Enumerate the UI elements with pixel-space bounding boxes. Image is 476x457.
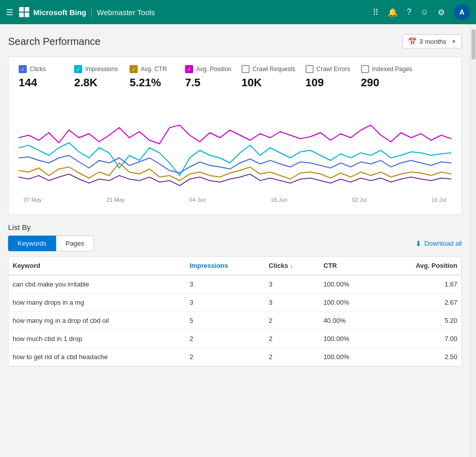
cell-impressions: 3 [186, 294, 265, 312]
avg-position-checkbox-row[interactable]: ✓ Avg. Position [185, 65, 231, 73]
metrics-card: ✓ Clicks 144 ✓ Impressions 2.8K ✓ Avg. [8, 56, 462, 215]
cell-ctr: 40.00% [319, 312, 377, 330]
cell-clicks: 2 [265, 312, 319, 330]
metric-impressions: ✓ Impressions 2.8K [74, 65, 130, 89]
download-all-button[interactable]: ⬇ Download all [415, 240, 462, 248]
keywords-table: Keyword Impressions Clicks ↓ CTR Avg. Po… [9, 257, 461, 366]
avg-ctr-label: Avg. CTR [141, 66, 167, 73]
indexed-pages-checkbox-row[interactable]: Indexed Pages [361, 65, 412, 73]
table-row: how to get rid of a cbd headache 2 2 100… [9, 348, 461, 366]
metric-crawl-requests: Crawl Requests 10K [242, 65, 306, 89]
avg-position-label: Avg. Position [196, 66, 231, 73]
avatar[interactable]: A [454, 4, 470, 20]
hamburger-menu[interactable]: ☰ [6, 8, 13, 17]
avg-ctr-checkbox[interactable]: ✓ [130, 65, 138, 73]
topnav: ☰ Microsoft Bing Webmaster Tools ⠿ 🔔 ? ☺… [0, 0, 476, 24]
chart-area: 07 May 21 May 04 Jun 18 Jun 02 Jul 16 Ju… [19, 97, 451, 208]
page-title: Search Performance [8, 36, 100, 47]
table-row: how many drops in a mg 3 3 100.00% 2.67 [9, 294, 461, 312]
metric-indexed-pages: Indexed Pages 290 [361, 65, 423, 89]
cell-keyword: can cbd make you irritable [9, 275, 186, 294]
download-icon: ⬇ [415, 240, 422, 248]
download-label: Download all [425, 240, 462, 247]
cell-keyword: how many mg in a drop of cbd oil [9, 312, 186, 330]
cell-ctr: 100.00% [319, 348, 377, 366]
scroll-thumb[interactable] [471, 29, 475, 60]
cell-keyword: how much cbd in 1 drop [9, 330, 186, 348]
help-icon[interactable]: ? [407, 8, 411, 17]
cell-keyword: how many drops in a mg [9, 294, 186, 312]
th-impressions: Impressions [186, 257, 265, 275]
clicks-checkbox-row[interactable]: ✓ Clicks [19, 65, 64, 73]
brand-name: Microsoft Bing [33, 8, 86, 17]
crawl-requests-checkbox[interactable] [242, 65, 250, 73]
feedback-icon[interactable]: ☺ [421, 8, 429, 17]
metric-clicks: ✓ Clicks 144 [19, 65, 74, 89]
cell-impressions: 5 [186, 312, 265, 330]
notifications-icon[interactable]: 🔔 [388, 8, 398, 17]
avg-position-line [19, 125, 451, 144]
crawl-errors-checkbox[interactable] [306, 65, 314, 73]
indexed-pages-checkbox[interactable] [361, 65, 369, 73]
list-by-heading: List By [8, 223, 31, 232]
clicks-value: 144 [19, 76, 64, 89]
chevron-down-icon: ▼ [451, 39, 456, 44]
table-row: can cbd make you irritable 3 3 100.00% 1… [9, 275, 461, 294]
date-filter[interactable]: 📅 3 months ▼ [402, 34, 462, 48]
cell-avg-position: 7.00 [377, 330, 461, 348]
cell-ctr: 100.00% [319, 294, 377, 312]
avg-position-checkbox[interactable]: ✓ [185, 65, 193, 73]
metric-avg-position: ✓ Avg. Position 7.5 [185, 65, 242, 89]
crawl-requests-checkbox-row[interactable]: Crawl Requests [242, 65, 295, 73]
xaxis-label-3: 04 Jun [190, 197, 206, 203]
page-header: Search Performance 📅 3 months ▼ [8, 34, 462, 48]
table-row: how many mg in a drop of cbd oil 5 2 40.… [9, 312, 461, 330]
tab-pages[interactable]: Pages [56, 236, 94, 251]
cell-impressions: 3 [186, 275, 265, 294]
sort-arrow-icon: ↓ [290, 263, 293, 269]
apps-icon[interactable]: ⠿ [373, 8, 379, 17]
cell-impressions: 2 [186, 348, 265, 366]
indexed-pages-label: Indexed Pages [372, 66, 412, 73]
metric-crawl-errors: Crawl Errors 109 [306, 65, 361, 89]
settings-icon[interactable]: ⚙ [438, 8, 445, 17]
impressions-checkbox[interactable]: ✓ [74, 65, 82, 73]
cell-ctr: 100.00% [319, 330, 377, 348]
windows-icon [19, 7, 29, 17]
table-header: Keyword Impressions Clicks ↓ CTR Avg. Po… [9, 257, 461, 275]
crawl-errors-checkbox-row[interactable]: Crawl Errors [306, 65, 351, 73]
cell-impressions: 2 [186, 330, 265, 348]
avg-ctr-checkbox-row[interactable]: ✓ Avg. CTR [130, 65, 175, 73]
topnav-right: ⠿ 🔔 ? ☺ ⚙ A [373, 4, 470, 20]
crawl-errors-value: 109 [306, 76, 351, 89]
th-ctr: CTR [319, 257, 377, 275]
impressions-checkbox-row[interactable]: ✓ Impressions [74, 65, 120, 73]
xaxis-label-5: 02 Jul [352, 197, 367, 203]
indexed-pages-value: 290 [361, 76, 412, 89]
clicks-label: Clicks [30, 66, 46, 73]
th-avg-position: Avg. Position [377, 257, 461, 275]
xaxis-label-4: 18 Jun [271, 197, 287, 203]
cell-clicks: 2 [265, 330, 319, 348]
cell-clicks: 3 [265, 275, 319, 294]
list-section-outer: List By Keywords Pages ⬇ Download all Ke… [8, 223, 462, 367]
cell-keyword: how to get rid of a cbd headache [9, 348, 186, 366]
impressions-value: 2.8K [74, 76, 120, 89]
product-name: Webmaster Tools [97, 8, 155, 17]
cell-avg-position: 2.67 [377, 294, 461, 312]
clicks-checkbox[interactable]: ✓ [19, 65, 27, 73]
crawl-requests-label: Crawl Requests [253, 66, 295, 73]
th-clicks[interactable]: Clicks ↓ [265, 257, 319, 275]
crawl-errors-label: Crawl Errors [317, 66, 350, 73]
main-area: Search Performance 📅 3 months ▼ ✓ Clicks… [0, 24, 476, 457]
table-body: can cbd make you irritable 3 3 100.00% 1… [9, 275, 461, 366]
metric-avg-ctr: ✓ Avg. CTR 5.21% [130, 65, 185, 89]
scrollbar[interactable] [470, 24, 476, 457]
tab-keywords[interactable]: Keywords [8, 236, 56, 251]
data-table-container: Keyword Impressions Clicks ↓ CTR Avg. Po… [8, 256, 462, 367]
nav-divider [91, 7, 92, 17]
avg-ctr-value: 5.21% [130, 76, 175, 89]
cell-avg-position: 1.67 [377, 275, 461, 294]
impressions-line [19, 143, 451, 176]
tabs-row: Keywords Pages [8, 236, 94, 251]
